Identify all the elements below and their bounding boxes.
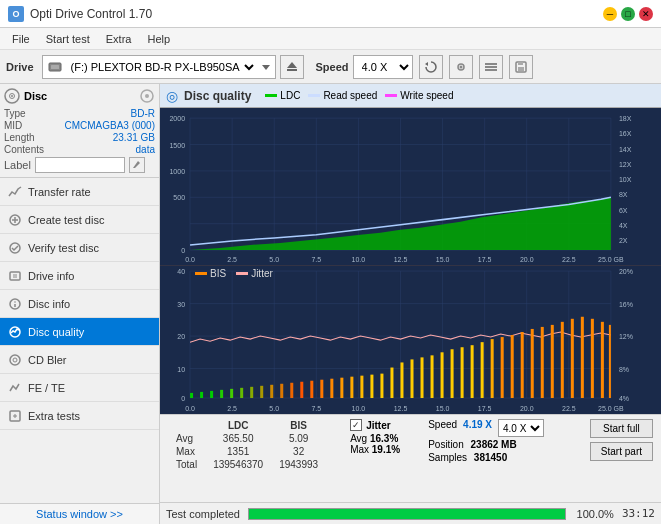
svg-rect-153 (551, 325, 554, 398)
jitter-label: Jitter (366, 420, 390, 431)
nav-transfer-rate[interactable]: Transfer rate (0, 178, 159, 206)
nav-drive-info[interactable]: Drive info (0, 262, 159, 290)
status-window-button[interactable]: Status window >> (0, 503, 159, 524)
svg-text:6X: 6X (619, 206, 628, 213)
settings-button[interactable] (449, 55, 473, 79)
nav-extra-tests[interactable]: Extra tests (0, 402, 159, 430)
svg-rect-143 (451, 350, 454, 399)
menu-start-test[interactable]: Start test (38, 31, 98, 47)
svg-text:4%: 4% (619, 395, 630, 402)
svg-text:12.5: 12.5 (394, 256, 408, 263)
stats-row-max: Max 1351 32 (168, 445, 326, 458)
create-disc-icon (8, 213, 22, 227)
titlebar-left: O Opti Drive Control 1.70 (8, 6, 152, 22)
drive-select-input[interactable]: (F:) PLEXTOR BD-R PX-LB950SA 1.06 (67, 60, 257, 74)
fe-te-icon (8, 381, 22, 395)
disc-label-row: Label (4, 157, 155, 173)
extra-tests-icon (8, 409, 22, 423)
svg-rect-128 (300, 382, 303, 398)
svg-rect-147 (491, 339, 494, 398)
app-icon: O (8, 6, 24, 22)
svg-text:0: 0 (181, 247, 185, 254)
jitter-max-row: Max 19.1% (350, 444, 400, 455)
disc-header-left: Disc (4, 88, 47, 104)
nav-create-test-disc[interactable]: Create test disc (0, 206, 159, 234)
svg-text:22.5: 22.5 (562, 405, 576, 412)
svg-text:0.0: 0.0 (185, 405, 195, 412)
menu-file[interactable]: File (4, 31, 38, 47)
svg-text:1500: 1500 (169, 142, 185, 149)
svg-text:0.0: 0.0 (185, 256, 195, 263)
verify-icon (8, 241, 22, 255)
stats-row-avg: Avg 365.50 5.09 (168, 432, 326, 445)
svg-rect-155 (571, 319, 574, 398)
svg-rect-126 (280, 384, 283, 398)
svg-rect-138 (400, 363, 403, 399)
nav-items: Transfer rate Create test disc Verify te… (0, 178, 159, 430)
svg-rect-149 (511, 335, 514, 398)
eject-button[interactable] (280, 55, 304, 79)
disc-mid-label: MID (4, 120, 22, 131)
svg-text:20.0: 20.0 (520, 405, 534, 412)
stats-max-label: Max (168, 445, 205, 458)
svg-text:5.0: 5.0 (269, 405, 279, 412)
menu-help[interactable]: Help (139, 31, 178, 47)
minimize-button[interactable]: ─ (603, 7, 617, 21)
disc-header-icon (4, 88, 20, 104)
nav-verify-test-disc[interactable]: Verify test disc (0, 234, 159, 262)
drive-selector[interactable]: (F:) PLEXTOR BD-R PX-LB950SA 1.06 (42, 55, 276, 79)
legend-read-speed: Read speed (308, 90, 377, 101)
disc-section: Disc Type BD-R MID CMCMAGBA3 (000) Lengt… (0, 84, 159, 178)
svg-text:20%: 20% (619, 268, 634, 275)
nav-drive-info-label: Drive info (28, 270, 74, 282)
sidebar: Disc Type BD-R MID CMCMAGBA3 (000) Lengt… (0, 84, 160, 524)
svg-rect-152 (541, 327, 544, 398)
svg-rect-136 (380, 374, 383, 398)
menu-extra[interactable]: Extra (98, 31, 140, 47)
nav-transfer-rate-label: Transfer rate (28, 186, 91, 198)
titlebar: O Opti Drive Control 1.70 ─ □ ✕ (0, 0, 661, 28)
disc-contents-value: data (136, 144, 155, 155)
svg-text:22.5: 22.5 (562, 256, 576, 263)
disc-section-title: Disc (24, 90, 47, 102)
speed-max-select[interactable]: 4.0 X (498, 419, 544, 437)
svg-rect-130 (320, 380, 323, 398)
drive-toolbar: Drive (F:) PLEXTOR BD-R PX-LB950SA 1.06 … (0, 50, 661, 84)
svg-text:16X: 16X (619, 130, 632, 137)
svg-rect-151 (531, 329, 534, 398)
disc-label-input[interactable] (35, 157, 125, 173)
svg-text:5.0: 5.0 (269, 256, 279, 263)
nav-cd-bler-label: CD Bler (28, 354, 67, 366)
status-window-label: Status window >> (36, 508, 123, 520)
start-part-button[interactable]: Start part (590, 442, 653, 461)
nav-disc-info[interactable]: Disc info (0, 290, 159, 318)
status-text: Test completed (166, 508, 240, 520)
chart-top-svg: 2000 1500 1000 500 0 18X 16X 14X 12X 10X… (160, 108, 661, 265)
svg-text:14X: 14X (619, 146, 632, 153)
options-button[interactable] (479, 55, 503, 79)
refresh-button[interactable] (419, 55, 443, 79)
transfer-rate-icon (8, 185, 22, 199)
jitter-section: Jitter Avg 16.3% Max 19.1% (350, 419, 400, 455)
legend-read-speed-color (308, 94, 320, 97)
speed-select[interactable]: 4.0 X (353, 55, 413, 79)
start-full-button[interactable]: Start full (590, 419, 653, 438)
disc-contents-label: Contents (4, 144, 44, 155)
disc-label-edit-button[interactable] (129, 157, 145, 173)
nav-fe-te[interactable]: FE / TE (0, 374, 159, 402)
legend-jitter: Jitter (236, 268, 273, 279)
disc-mid-value: CMCMAGBA3 (000) (64, 120, 155, 131)
maximize-button[interactable]: □ (621, 7, 635, 21)
svg-point-18 (145, 94, 149, 98)
nav-cd-bler[interactable]: CD Bler (0, 346, 159, 374)
nav-disc-quality[interactable]: Disc quality (0, 318, 159, 346)
legend-bis: BIS (195, 268, 226, 279)
svg-rect-117 (190, 393, 193, 398)
disc-type-label: Type (4, 108, 26, 119)
svg-rect-125 (270, 385, 273, 398)
jitter-checkbox[interactable] (350, 419, 362, 431)
stats-total-ldc: 139546370 (205, 458, 271, 471)
progress-bar (248, 508, 566, 520)
close-button[interactable]: ✕ (639, 7, 653, 21)
save-button[interactable] (509, 55, 533, 79)
